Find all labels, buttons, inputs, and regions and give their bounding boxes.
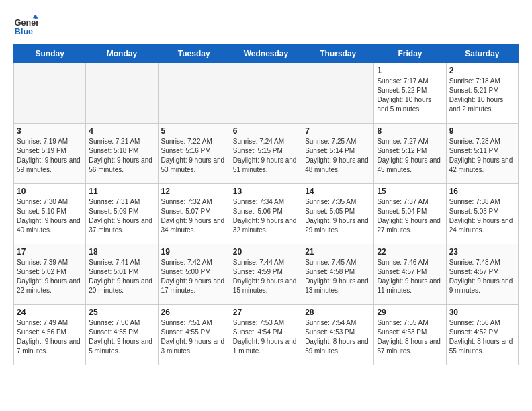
day-info: Sunrise: 7:27 AMSunset: 5:12 PMDaylight:… xyxy=(377,137,443,175)
weekday-sunday: Sunday xyxy=(14,45,86,63)
day-cell: 19Sunrise: 7:42 AMSunset: 5:00 PMDayligh… xyxy=(158,244,230,305)
header: General Blue xyxy=(13,13,519,38)
day-info: Sunrise: 7:32 AMSunset: 5:07 PMDaylight:… xyxy=(161,197,227,235)
day-cell xyxy=(14,63,86,124)
day-info: Sunrise: 7:56 AMSunset: 4:52 PMDaylight:… xyxy=(449,318,515,356)
weekday-saturday: Saturday xyxy=(446,45,518,63)
day-cell: 8Sunrise: 7:27 AMSunset: 5:12 PMDaylight… xyxy=(374,124,446,184)
day-cell: 12Sunrise: 7:32 AMSunset: 5:07 PMDayligh… xyxy=(158,184,230,244)
day-cell: 23Sunrise: 7:48 AMSunset: 4:57 PMDayligh… xyxy=(446,244,518,305)
day-number: 14 xyxy=(305,187,371,196)
day-info: Sunrise: 7:30 AMSunset: 5:10 PMDaylight:… xyxy=(17,197,83,235)
day-cell: 9Sunrise: 7:28 AMSunset: 5:11 PMDaylight… xyxy=(446,124,518,184)
logo-icon: General Blue xyxy=(13,13,38,38)
day-info: Sunrise: 7:38 AMSunset: 5:03 PMDaylight:… xyxy=(449,197,515,235)
day-info: Sunrise: 7:51 AMSunset: 4:55 PMDaylight:… xyxy=(161,318,227,356)
day-cell: 30Sunrise: 7:56 AMSunset: 4:52 PMDayligh… xyxy=(446,305,518,365)
day-number: 26 xyxy=(161,308,227,317)
day-info: Sunrise: 7:50 AMSunset: 4:55 PMDaylight:… xyxy=(89,318,154,356)
calendar: SundayMondayTuesdayWednesdayThursdayFrid… xyxy=(13,44,519,365)
day-info: Sunrise: 7:48 AMSunset: 4:57 PMDaylight:… xyxy=(449,258,515,295)
logo: General Blue xyxy=(13,13,38,38)
weekday-tuesday: Tuesday xyxy=(158,45,230,63)
day-cell: 13Sunrise: 7:34 AMSunset: 5:06 PMDayligh… xyxy=(230,184,302,244)
day-number: 21 xyxy=(305,247,371,257)
week-row-2: 10Sunrise: 7:30 AMSunset: 5:10 PMDayligh… xyxy=(14,184,519,244)
day-number: 19 xyxy=(161,247,227,257)
day-number: 4 xyxy=(89,126,154,136)
day-number: 24 xyxy=(17,308,83,317)
day-number: 9 xyxy=(449,126,515,136)
calendar-body: 1Sunrise: 7:17 AMSunset: 5:22 PMDaylight… xyxy=(14,63,519,365)
day-cell: 4Sunrise: 7:21 AMSunset: 5:18 PMDaylight… xyxy=(86,124,158,184)
day-cell: 7Sunrise: 7:25 AMSunset: 5:14 PMDaylight… xyxy=(302,124,374,184)
day-cell: 2Sunrise: 7:18 AMSunset: 5:21 PMDaylight… xyxy=(446,63,518,124)
day-number: 23 xyxy=(449,247,515,257)
day-info: Sunrise: 7:42 AMSunset: 5:00 PMDaylight:… xyxy=(161,258,227,295)
day-number: 20 xyxy=(233,247,299,257)
day-info: Sunrise: 7:34 AMSunset: 5:06 PMDaylight:… xyxy=(233,197,299,235)
day-number: 5 xyxy=(161,126,227,136)
weekday-monday: Monday xyxy=(86,45,158,63)
day-cell: 26Sunrise: 7:51 AMSunset: 4:55 PMDayligh… xyxy=(158,305,230,365)
week-row-4: 24Sunrise: 7:49 AMSunset: 4:56 PMDayligh… xyxy=(14,305,519,365)
day-cell: 10Sunrise: 7:30 AMSunset: 5:10 PMDayligh… xyxy=(14,184,86,244)
day-cell: 15Sunrise: 7:37 AMSunset: 5:04 PMDayligh… xyxy=(374,184,446,244)
day-cell: 14Sunrise: 7:35 AMSunset: 5:05 PMDayligh… xyxy=(302,184,374,244)
week-row-1: 3Sunrise: 7:19 AMSunset: 5:19 PMDaylight… xyxy=(14,124,519,184)
day-number: 29 xyxy=(377,308,443,317)
day-cell: 17Sunrise: 7:39 AMSunset: 5:02 PMDayligh… xyxy=(14,244,86,305)
weekday-friday: Friday xyxy=(374,45,446,63)
day-cell xyxy=(86,63,158,124)
day-info: Sunrise: 7:35 AMSunset: 5:05 PMDaylight:… xyxy=(305,197,371,235)
day-cell: 3Sunrise: 7:19 AMSunset: 5:19 PMDaylight… xyxy=(14,124,86,184)
day-info: Sunrise: 7:21 AMSunset: 5:18 PMDaylight:… xyxy=(89,137,154,175)
day-cell: 28Sunrise: 7:54 AMSunset: 4:53 PMDayligh… xyxy=(302,305,374,365)
day-info: Sunrise: 7:41 AMSunset: 5:01 PMDaylight:… xyxy=(89,258,154,295)
day-cell: 11Sunrise: 7:31 AMSunset: 5:09 PMDayligh… xyxy=(86,184,158,244)
week-row-3: 17Sunrise: 7:39 AMSunset: 5:02 PMDayligh… xyxy=(14,244,519,305)
weekday-wednesday: Wednesday xyxy=(230,45,302,63)
day-number: 27 xyxy=(233,308,299,317)
day-info: Sunrise: 7:25 AMSunset: 5:14 PMDaylight:… xyxy=(305,137,371,175)
day-cell: 16Sunrise: 7:38 AMSunset: 5:03 PMDayligh… xyxy=(446,184,518,244)
day-number: 8 xyxy=(377,126,443,136)
day-info: Sunrise: 7:44 AMSunset: 4:59 PMDaylight:… xyxy=(233,258,299,295)
week-row-0: 1Sunrise: 7:17 AMSunset: 5:22 PMDaylight… xyxy=(14,63,519,124)
day-number: 18 xyxy=(89,247,154,257)
day-info: Sunrise: 7:39 AMSunset: 5:02 PMDaylight:… xyxy=(17,258,83,295)
day-number: 15 xyxy=(377,187,443,196)
day-number: 7 xyxy=(305,126,371,136)
day-number: 28 xyxy=(305,308,371,317)
day-cell xyxy=(302,63,374,124)
day-cell: 1Sunrise: 7:17 AMSunset: 5:22 PMDaylight… xyxy=(374,63,446,124)
day-cell: 6Sunrise: 7:24 AMSunset: 5:15 PMDaylight… xyxy=(230,124,302,184)
day-number: 6 xyxy=(233,126,299,136)
day-number: 30 xyxy=(449,308,515,317)
day-info: Sunrise: 7:55 AMSunset: 4:53 PMDaylight:… xyxy=(377,318,443,356)
day-cell xyxy=(230,63,302,124)
day-number: 10 xyxy=(17,187,83,196)
day-info: Sunrise: 7:24 AMSunset: 5:15 PMDaylight:… xyxy=(233,137,299,175)
weekday-header: SundayMondayTuesdayWednesdayThursdayFrid… xyxy=(14,45,519,63)
day-cell: 21Sunrise: 7:45 AMSunset: 4:58 PMDayligh… xyxy=(302,244,374,305)
day-info: Sunrise: 7:31 AMSunset: 5:09 PMDaylight:… xyxy=(89,197,154,235)
weekday-thursday: Thursday xyxy=(302,45,374,63)
day-cell: 5Sunrise: 7:22 AMSunset: 5:16 PMDaylight… xyxy=(158,124,230,184)
day-info: Sunrise: 7:37 AMSunset: 5:04 PMDaylight:… xyxy=(377,197,443,235)
day-number: 22 xyxy=(377,247,443,257)
day-info: Sunrise: 7:49 AMSunset: 4:56 PMDaylight:… xyxy=(17,318,83,356)
day-info: Sunrise: 7:22 AMSunset: 5:16 PMDaylight:… xyxy=(161,137,227,175)
day-number: 3 xyxy=(17,126,83,136)
day-cell xyxy=(158,63,230,124)
day-number: 2 xyxy=(449,66,515,75)
day-cell: 27Sunrise: 7:53 AMSunset: 4:54 PMDayligh… xyxy=(230,305,302,365)
day-cell: 25Sunrise: 7:50 AMSunset: 4:55 PMDayligh… xyxy=(86,305,158,365)
day-number: 17 xyxy=(17,247,83,257)
day-info: Sunrise: 7:45 AMSunset: 4:58 PMDaylight:… xyxy=(305,258,371,295)
day-number: 11 xyxy=(89,187,154,196)
day-info: Sunrise: 7:46 AMSunset: 4:57 PMDaylight:… xyxy=(377,258,443,295)
day-cell: 29Sunrise: 7:55 AMSunset: 4:53 PMDayligh… xyxy=(374,305,446,365)
day-number: 13 xyxy=(233,187,299,196)
day-info: Sunrise: 7:53 AMSunset: 4:54 PMDaylight:… xyxy=(233,318,299,356)
